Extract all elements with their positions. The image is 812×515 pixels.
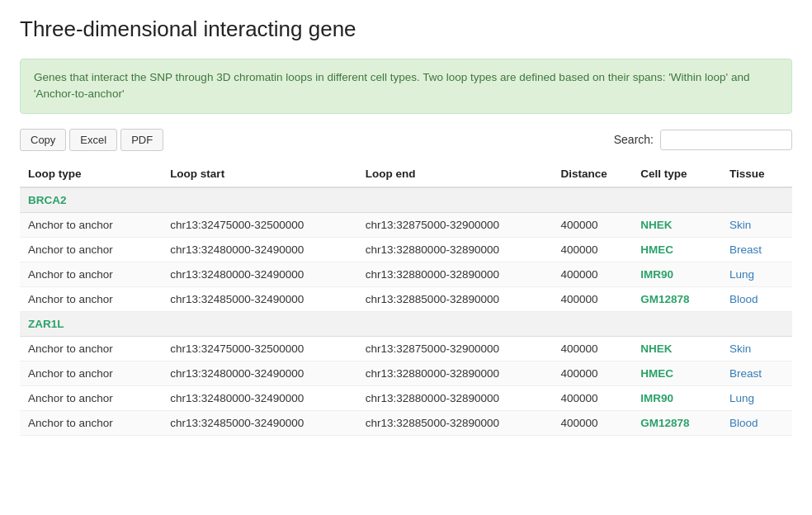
cell-cell-type: IMR90 xyxy=(632,385,721,410)
cell-loop-start: chr13:32485000-32490000 xyxy=(162,410,357,435)
tissue-link[interactable]: Skin xyxy=(729,343,751,355)
table-row: Anchor to anchorchr13:32480000-32490000c… xyxy=(20,385,792,410)
cell-distance: 400000 xyxy=(553,336,633,361)
cell-type-link[interactable]: IMR90 xyxy=(640,392,673,404)
cell-loop-start: chr13:32485000-32490000 xyxy=(162,286,357,311)
cell-cell-type: HMEC xyxy=(632,237,721,262)
cell-loop-end: chr13:32885000-32890000 xyxy=(357,286,553,311)
cell-loop-end: chr13:32875000-32900000 xyxy=(357,212,553,237)
table-header: Loop type Loop start Loop end Distance C… xyxy=(20,161,792,187)
tissue-link[interactable]: Blood xyxy=(729,293,758,305)
tissue-link[interactable]: Breast xyxy=(729,367,762,380)
toolbar-buttons: Copy Excel PDF xyxy=(20,129,163,151)
search-area: Search: xyxy=(614,130,792,150)
cell-type-link[interactable]: HMEC xyxy=(640,367,673,380)
cell-loop-end: chr13:32880000-32890000 xyxy=(357,262,553,286)
cell-distance: 400000 xyxy=(553,410,633,435)
cell-distance: 400000 xyxy=(553,385,633,410)
tissue-link[interactable]: Skin xyxy=(729,219,751,231)
cell-loop-start: chr13:32480000-32490000 xyxy=(162,385,357,410)
cell-cell-type: HMEC xyxy=(632,361,721,385)
table-row: Anchor to anchorchr13:32485000-32490000c… xyxy=(20,286,792,311)
cell-cell-type: NHEK xyxy=(632,212,721,237)
cell-tissue: Skin xyxy=(721,212,792,237)
toolbar: Copy Excel PDF Search: xyxy=(20,129,792,151)
excel-button[interactable]: Excel xyxy=(69,129,117,151)
tissue-link[interactable]: Breast xyxy=(729,243,762,256)
cell-type-link[interactable]: NHEK xyxy=(640,219,672,231)
table-body: BRCA2Anchor to anchorchr13:32475000-3250… xyxy=(20,187,792,436)
cell-loop-end: chr13:32880000-32890000 xyxy=(357,385,553,410)
cell-loop-type: Anchor to anchor xyxy=(20,385,162,410)
cell-loop-start: chr13:32475000-32500000 xyxy=(162,336,357,361)
cell-type-link[interactable]: IMR90 xyxy=(640,268,673,281)
copy-button[interactable]: Copy xyxy=(20,129,66,151)
cell-tissue: Lung xyxy=(721,385,792,410)
cell-cell-type: GM12878 xyxy=(632,286,721,311)
cell-tissue: Blood xyxy=(721,410,792,435)
page-title: Three-dimensional interacting gene xyxy=(20,17,792,42)
cell-type-link[interactable]: NHEK xyxy=(640,343,672,355)
cell-tissue: Breast xyxy=(721,361,792,385)
cell-loop-end: chr13:32885000-32890000 xyxy=(357,410,553,435)
cell-tissue: Breast xyxy=(721,237,792,262)
col-distance: Distance xyxy=(553,161,633,187)
cell-cell-type: NHEK xyxy=(632,336,721,361)
cell-loop-start: chr13:32480000-32490000 xyxy=(162,361,357,385)
cell-distance: 400000 xyxy=(553,237,633,262)
cell-distance: 400000 xyxy=(553,286,633,311)
cell-loop-end: chr13:32880000-32890000 xyxy=(357,237,553,262)
cell-loop-start: chr13:32480000-32490000 xyxy=(162,237,357,262)
col-loop-end: Loop end xyxy=(357,161,553,187)
table-row: Anchor to anchorchr13:32475000-32500000c… xyxy=(20,212,792,237)
cell-type-link[interactable]: GM12878 xyxy=(640,293,689,305)
table-row: Anchor to anchorchr13:32480000-32490000c… xyxy=(20,361,792,385)
col-loop-start: Loop start xyxy=(162,161,357,187)
cell-type-link[interactable]: HMEC xyxy=(640,243,673,256)
pdf-button[interactable]: PDF xyxy=(120,129,163,151)
cell-distance: 400000 xyxy=(553,212,633,237)
cell-tissue: Skin xyxy=(721,336,792,361)
table-row: Anchor to anchorchr13:32480000-32490000c… xyxy=(20,262,792,286)
cell-loop-end: chr13:32875000-32900000 xyxy=(357,336,553,361)
search-label: Search: xyxy=(614,133,654,146)
search-input[interactable] xyxy=(660,130,792,150)
cell-distance: 400000 xyxy=(553,262,633,286)
table-row: Anchor to anchorchr13:32480000-32490000c… xyxy=(20,237,792,262)
cell-loop-type: Anchor to anchor xyxy=(20,262,162,286)
cell-cell-type: IMR90 xyxy=(632,262,721,286)
col-cell-type: Cell type xyxy=(632,161,721,187)
cell-tissue: Blood xyxy=(721,286,792,311)
col-tissue: Tissue xyxy=(721,161,792,187)
tissue-link[interactable]: Lung xyxy=(729,268,754,281)
cell-loop-type: Anchor to anchor xyxy=(20,410,162,435)
cell-type-link[interactable]: GM12878 xyxy=(640,417,689,429)
cell-loop-end: chr13:32880000-32890000 xyxy=(357,361,553,385)
cell-distance: 400000 xyxy=(553,361,633,385)
cell-loop-start: chr13:32475000-32500000 xyxy=(162,212,357,237)
col-loop-type: Loop type xyxy=(20,161,162,187)
tissue-link[interactable]: Lung xyxy=(729,392,754,404)
group-name: BRCA2 xyxy=(20,187,792,213)
table-row: Anchor to anchorchr13:32475000-32500000c… xyxy=(20,336,792,361)
tissue-link[interactable]: Blood xyxy=(729,417,758,429)
data-table: Loop type Loop start Loop end Distance C… xyxy=(20,161,792,436)
group-header-brca2: BRCA2 xyxy=(20,187,792,213)
group-header-zar1l: ZAR1L xyxy=(20,311,792,336)
cell-tissue: Lung xyxy=(721,262,792,286)
cell-loop-start: chr13:32480000-32490000 xyxy=(162,262,357,286)
cell-loop-type: Anchor to anchor xyxy=(20,237,162,262)
cell-loop-type: Anchor to anchor xyxy=(20,286,162,311)
cell-loop-type: Anchor to anchor xyxy=(20,212,162,237)
cell-loop-type: Anchor to anchor xyxy=(20,336,162,361)
cell-cell-type: GM12878 xyxy=(632,410,721,435)
info-box: Genes that interact the SNP through 3D c… xyxy=(20,59,792,114)
cell-loop-type: Anchor to anchor xyxy=(20,361,162,385)
group-name: ZAR1L xyxy=(20,311,792,336)
table-row: Anchor to anchorchr13:32485000-32490000c… xyxy=(20,410,792,435)
